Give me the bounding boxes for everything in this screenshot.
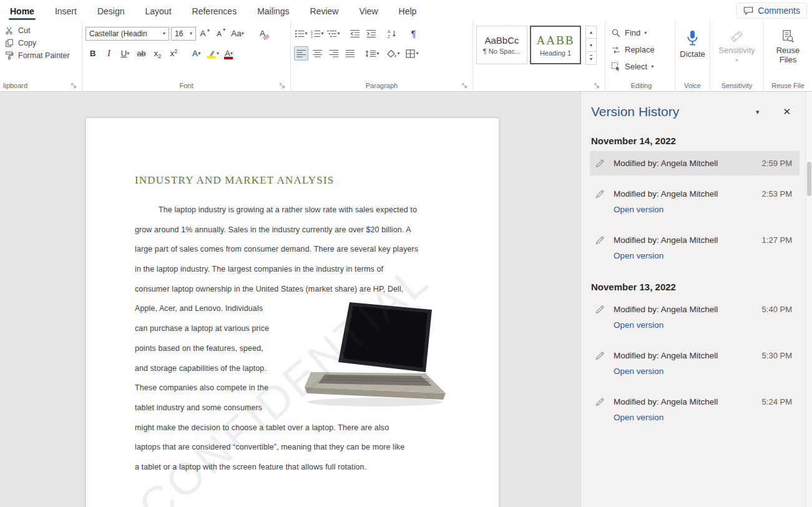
- open-version-link[interactable]: Open version: [614, 367, 663, 376]
- panel-options-caret[interactable]: ▾: [753, 106, 762, 119]
- subscript-base: x: [154, 49, 159, 58]
- dictate-label: Dictate: [680, 50, 705, 59]
- clipboard-dialog-launcher-icon[interactable]: [71, 83, 77, 89]
- version-modified-by: Modified by: Angela Mitchell: [614, 189, 718, 199]
- multilevel-list-button[interactable]: ▾: [326, 26, 341, 41]
- clipboard-group-label: lipboard: [3, 79, 79, 92]
- document-line: large part of sales comes from consumer …: [135, 240, 452, 260]
- open-version-link[interactable]: Open version: [614, 413, 663, 422]
- version-entry[interactable]: Modified by: Angela Mitchell 2:53 PM Ope…: [590, 182, 800, 222]
- sort-button[interactable]: AZ: [385, 26, 399, 41]
- select-button[interactable]: Select ▾: [611, 58, 672, 75]
- styles-gallery-scroll: ▴ ▾ ▾: [585, 26, 597, 65]
- select-label: Select: [625, 62, 647, 71]
- change-case-button[interactable]: Aa▾: [230, 26, 245, 41]
- version-entry[interactable]: Modified by: Angela Mitchell 2:59 PM: [590, 151, 800, 175]
- font-name-combobox[interactable]: Castellar (Headin ▾: [86, 27, 169, 41]
- styles-gallery-more-button[interactable]: ▾: [585, 52, 597, 65]
- chevron-down-icon: ▾: [190, 31, 192, 36]
- show-paragraph-marks-button[interactable]: ¶: [406, 26, 421, 41]
- find-button[interactable]: Find ▾: [611, 24, 672, 41]
- change-case-letters: Aa: [231, 29, 242, 38]
- version-date-heading: November 13, 2022: [581, 274, 812, 297]
- format-painter-label: Format Painter: [18, 51, 70, 60]
- grow-font-button[interactable]: A▲: [198, 26, 212, 41]
- subscript-button[interactable]: x2: [150, 46, 165, 61]
- highlight-color-button[interactable]: ▾: [205, 46, 220, 61]
- clear-formatting-button[interactable]: A: [255, 26, 270, 41]
- document-page[interactable]: CONFIDENTIAL INDUSTRY AND MARKET ANALYSI…: [86, 117, 499, 507]
- open-version-link[interactable]: Open version: [614, 205, 663, 214]
- version-modified-by: Modified by: Angela Mitchell: [614, 305, 718, 314]
- replace-button[interactable]: Replace: [611, 41, 672, 58]
- italic-button[interactable]: I: [102, 46, 116, 61]
- font-color-button[interactable]: A▾: [222, 46, 236, 61]
- editing-group: Find ▾ Replace Select ▾ Editing: [605, 21, 675, 92]
- tab-review[interactable]: Review: [309, 1, 340, 21]
- pencil-icon: [595, 304, 614, 315]
- underline-button[interactable]: U▾: [118, 46, 132, 61]
- strikethrough-button[interactable]: ab: [134, 46, 149, 61]
- align-left-button[interactable]: [294, 46, 308, 61]
- bullets-button[interactable]: ▾: [294, 26, 308, 41]
- dictate-button[interactable]: Dictate: [680, 24, 705, 59]
- version-entry[interactable]: Modified by: Angela Mitchell 5:24 PM Ope…: [590, 390, 800, 430]
- chevron-down-icon: ▾: [337, 31, 340, 36]
- superscript-button[interactable]: x2: [167, 46, 181, 61]
- tab-references[interactable]: References: [191, 1, 238, 21]
- tab-insert[interactable]: Insert: [54, 1, 78, 21]
- justify-button[interactable]: [343, 46, 357, 61]
- version-time: 2:53 PM: [757, 189, 792, 199]
- tab-view[interactable]: View: [358, 1, 379, 21]
- align-center-button[interactable]: [310, 46, 325, 61]
- font-dialog-launcher-icon[interactable]: [280, 83, 285, 89]
- format-painter-button[interactable]: Format Painter: [3, 49, 79, 62]
- reuse-files-button[interactable]: ReuseFiles: [776, 24, 800, 65]
- style-no-spacing[interactable]: AaBbCc ¶ No Spac...: [476, 26, 527, 64]
- tab-design[interactable]: Design: [96, 1, 126, 21]
- style-name: Heading 1: [540, 49, 571, 57]
- decrease-indent-button[interactable]: [348, 26, 362, 41]
- styles-scroll-down-button[interactable]: ▾: [585, 39, 597, 52]
- bold-button[interactable]: B: [86, 46, 100, 61]
- style-heading-1[interactable]: AABB Heading 1: [530, 26, 581, 64]
- version-entry[interactable]: Modified by: Angela Mitchell 5:30 PM Ope…: [590, 343, 800, 383]
- document-line: grow around 1% annually. Sales in the in…: [135, 220, 452, 240]
- tab-mailings[interactable]: Mailings: [256, 1, 290, 21]
- tab-home[interactable]: Home: [9, 1, 36, 21]
- version-history-panel: Version History ▾ ✕ November 14, 2022 Mo…: [580, 92, 812, 507]
- open-version-link[interactable]: Open version: [614, 320, 663, 330]
- font-group: Castellar (Headin ▾ 16 ▾ A▲ A▼ Aa▾ A B I…: [82, 21, 291, 92]
- numbering-button[interactable]: 123▾: [310, 26, 325, 41]
- document-line: Apple, Acer, and Lenovo. Individuals: [135, 299, 295, 319]
- paragraph-dialog-launcher-icon[interactable]: [462, 83, 467, 89]
- styles-dialog-launcher-icon[interactable]: [594, 83, 600, 89]
- style-preview: AABB: [537, 34, 575, 47]
- comments-button[interactable]: Comments: [736, 2, 807, 19]
- line-spacing-button[interactable]: ▾: [365, 46, 379, 61]
- panel-scrollbar[interactable]: [806, 92, 812, 507]
- tab-help[interactable]: Help: [398, 1, 418, 21]
- cut-button[interactable]: Cut: [3, 24, 79, 37]
- sensitivity-button[interactable]: Sensitivity ▾: [718, 24, 755, 63]
- close-icon[interactable]: ✕: [780, 105, 793, 119]
- version-entry[interactable]: Modified by: Angela Mitchell 5:40 PM Ope…: [590, 297, 800, 337]
- microphone-icon: [685, 29, 700, 47]
- align-right-button[interactable]: [326, 46, 341, 61]
- version-time: 5:24 PM: [757, 397, 792, 406]
- borders-button[interactable]: ▾: [405, 46, 419, 61]
- scrollbar-thumb[interactable]: [807, 162, 811, 196]
- shrink-font-button[interactable]: A▼: [214, 26, 228, 41]
- svg-text:A: A: [388, 29, 391, 34]
- document-line: The laptop industry is growing at a rath…: [135, 200, 452, 220]
- font-size-combobox[interactable]: 16 ▾: [171, 27, 196, 41]
- text-effects-letter: A: [192, 49, 198, 58]
- open-version-link[interactable]: Open version: [614, 251, 663, 260]
- shading-button[interactable]: ▾: [386, 46, 401, 61]
- copy-button[interactable]: Copy: [3, 37, 79, 49]
- styles-scroll-up-button[interactable]: ▴: [585, 26, 597, 39]
- tab-layout[interactable]: Layout: [144, 1, 173, 21]
- increase-indent-button[interactable]: [364, 26, 378, 41]
- version-entry[interactable]: Modified by: Angela Mitchell 1:27 PM Ope…: [590, 228, 800, 268]
- text-effects-button[interactable]: A▾: [189, 46, 203, 61]
